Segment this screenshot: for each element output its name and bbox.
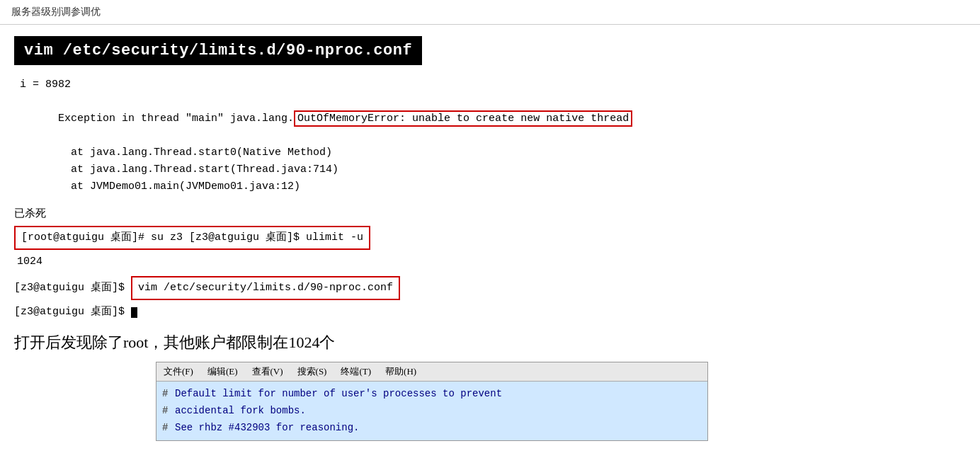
page-title: 服务器级别调参调优	[0, 0, 980, 25]
line-text-3: See rhbz #432903 for reasoning.	[175, 420, 359, 437]
terminal-line-at1: at java.lang.Thread.start0(Native Method…	[20, 144, 966, 161]
menu-edit[interactable]: 编辑(E)	[200, 364, 245, 379]
line-text-2: accidental fork bombs.	[175, 403, 306, 420]
vim-cmd-line: [z3@atguigu 桌面]$ vim /etc/security/limit…	[14, 276, 966, 300]
vim-command-header: vim /etc/security/limits.d/90-nproc.conf	[14, 36, 422, 65]
description-text: 打开后发现除了root，其他账户都限制在1024个	[14, 332, 966, 353]
line-marker-1: #	[162, 386, 171, 403]
killed-text: 已杀死	[14, 207, 966, 220]
command-section: [root@atguigu 桌面]# su z3 [z3@atguigu 桌面]…	[14, 226, 966, 270]
main-content: vim /etc/security/limits.d/90-nproc.conf…	[0, 25, 980, 452]
su-command-block: [root@atguigu 桌面]# su z3 [z3@atguigu 桌面]…	[14, 226, 370, 250]
su-line-2: [z3@atguigu 桌面]$ ulimit -u	[189, 231, 363, 244]
editor-content: # Default limit for number of user's pro…	[156, 382, 707, 440]
terminal-output: i = 8982 Exception in thread "main" java…	[14, 76, 966, 195]
line-marker-2: #	[162, 403, 171, 420]
editor-menubar: 文件(F) 编辑(E) 查看(V) 搜索(S) 终端(T) 帮助(H)	[156, 362, 707, 382]
menu-file[interactable]: 文件(F)	[156, 364, 200, 379]
last-prompt-line: [z3@atguigu 桌面]$	[14, 303, 966, 321]
line-text-1: Default limit for number of user's proce…	[175, 386, 502, 403]
menu-help[interactable]: 帮助(H)	[378, 364, 423, 379]
menu-view[interactable]: 查看(V)	[245, 364, 290, 379]
menu-terminal[interactable]: 终端(T)	[334, 364, 378, 379]
last-prompt: [z3@atguigu 桌面]$	[14, 306, 131, 318]
terminal-line-i: i = 8982	[20, 76, 966, 93]
terminal-line-at3: at JVMDemo01.main(JVMDemo01.java:12)	[20, 178, 966, 195]
oom-error-text: OutOfMemoryError: unable to create new n…	[294, 110, 632, 127]
editor-line-2: # accidental fork bombs.	[162, 403, 702, 420]
vim-prompt: [z3@atguigu 桌面]$	[14, 282, 131, 294]
line-marker-3: #	[162, 420, 171, 437]
menu-search[interactable]: 搜索(S)	[290, 364, 334, 379]
cursor	[131, 307, 137, 318]
editor-line-1: # Default limit for number of user's pro…	[162, 386, 702, 403]
terminal-line-exception: Exception in thread "main" java.lang.Out…	[20, 93, 966, 144]
ulimit-result: 1024	[14, 253, 966, 271]
terminal-line-at2: at java.lang.Thread.start(Thread.java:71…	[20, 161, 966, 178]
su-line-1: [root@atguigu 桌面]# su z3	[21, 231, 183, 244]
editor-line-3: # See rhbz #432903 for reasoning.	[162, 420, 702, 437]
vim-inline-command: vim /etc/security/limits.d/90-nproc.conf	[131, 276, 400, 300]
exception-prefix: Exception in thread "main" java.lang.	[58, 113, 294, 125]
editor-window: 文件(F) 编辑(E) 查看(V) 搜索(S) 终端(T) 帮助(H) # De…	[156, 362, 708, 441]
